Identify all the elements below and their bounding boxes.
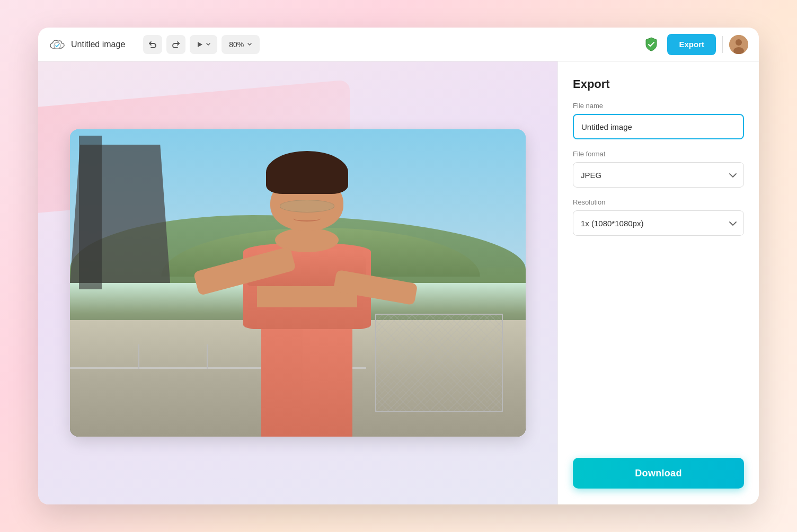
redo-button[interactable] xyxy=(166,35,185,54)
railing-post xyxy=(138,344,139,369)
cloud-icon xyxy=(49,36,66,53)
toolbar-divider xyxy=(722,36,723,53)
person-smile xyxy=(293,215,321,221)
file-format-label: File format xyxy=(573,150,744,158)
file-name-input[interactable] xyxy=(573,114,744,139)
main-content: Export File name File format JPEG PNG We… xyxy=(38,61,759,504)
file-title: Untitled image xyxy=(71,40,125,49)
export-panel: Export File name File format JPEG PNG We… xyxy=(557,61,759,504)
download-btn-wrapper: Download xyxy=(573,458,744,489)
zoom-level: 80% xyxy=(229,40,244,49)
svg-marker-1 xyxy=(198,42,202,47)
toolbar-actions: 80% xyxy=(143,35,260,54)
resolution-group: Resolution 1x (1080*1080px) 2x (2160*216… xyxy=(573,198,744,236)
resolution-label: Resolution xyxy=(573,198,744,206)
structure-pole xyxy=(79,136,102,289)
toolbar-right: Export xyxy=(642,34,748,55)
toolbar-left: Untitled image xyxy=(49,35,635,54)
undo-button[interactable] xyxy=(143,35,162,54)
railing-post-2 xyxy=(207,344,208,369)
person-glasses xyxy=(280,200,334,212)
avatar[interactable] xyxy=(729,35,748,54)
panel-title: Export xyxy=(573,77,744,91)
person-leg-2 xyxy=(303,320,353,437)
file-name-label: File name xyxy=(573,102,744,110)
svg-point-3 xyxy=(736,39,742,46)
person-hair xyxy=(266,151,348,194)
file-format-wrapper: JPEG PNG WebP SVG xyxy=(573,162,744,188)
resolution-wrapper: 1x (1080*1080px) 2x (2160*2160px) 0.5x (… xyxy=(573,210,744,236)
resolution-select[interactable]: 1x (1080*1080px) 2x (2160*2160px) 0.5x (… xyxy=(573,210,744,236)
image-frame xyxy=(70,129,526,437)
file-name-group: File name xyxy=(573,102,744,139)
file-format-group: File format JPEG PNG WebP SVG xyxy=(573,150,744,188)
preview-button[interactable] xyxy=(190,35,217,54)
export-button[interactable]: Export xyxy=(667,34,716,55)
canvas-area xyxy=(38,61,557,504)
file-format-select[interactable]: JPEG PNG WebP SVG xyxy=(573,162,744,188)
photo-bg xyxy=(70,129,526,437)
shield-icon xyxy=(642,35,661,54)
app-window: Untitled image xyxy=(38,28,759,504)
download-button[interactable]: Download xyxy=(573,458,744,489)
fence xyxy=(375,314,503,412)
zoom-button[interactable]: 80% xyxy=(222,35,260,54)
toolbar: Untitled image xyxy=(38,28,759,61)
